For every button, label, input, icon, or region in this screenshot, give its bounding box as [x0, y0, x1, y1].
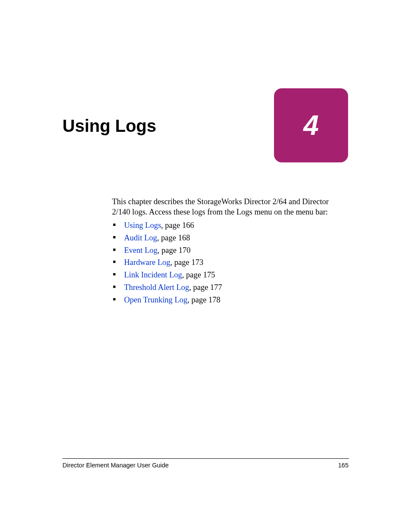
toc-link[interactable]: Hardware Log [124, 258, 170, 267]
footer-divider [62, 458, 349, 459]
toc-page: , page 173 [170, 258, 203, 267]
footer-guide-name: Director Element Manager User Guide [62, 462, 169, 469]
toc-link[interactable]: Event Log [124, 246, 158, 255]
toc-page: , page 168 [157, 233, 190, 242]
list-item: Using Logs, page 166 [112, 220, 347, 231]
toc-list: Using Logs, page 166 Audit Log, page 168… [112, 220, 347, 307]
toc-link[interactable]: Using Logs [124, 221, 161, 230]
intro-paragraph: This chapter describes the StorageWorks … [112, 196, 347, 217]
toc-link[interactable]: Link Incident Log [124, 271, 182, 279]
toc-page: , page 175 [182, 271, 215, 279]
footer-page-number: 165 [338, 462, 349, 469]
toc-page: , page 178 [187, 296, 221, 304]
list-item: Link Incident Log, page 175 [112, 269, 347, 281]
chapter-badge: 4 [274, 88, 348, 162]
toc-page: , page 170 [158, 246, 191, 255]
toc-link[interactable]: Open Trunking Log [124, 296, 187, 304]
toc-page: , page 166 [161, 221, 194, 230]
chapter-title: Using Logs [62, 116, 156, 136]
list-item: Threshold Alert Log, page 177 [112, 282, 347, 293]
toc-link[interactable]: Audit Log [124, 233, 157, 242]
list-item: Event Log, page 170 [112, 245, 347, 256]
toc-page: , page 177 [189, 283, 222, 292]
list-item: Open Trunking Log, page 178 [112, 294, 347, 306]
list-item: Audit Log, page 168 [112, 232, 347, 244]
list-item: Hardware Log, page 173 [112, 257, 347, 268]
toc-link[interactable]: Threshold Alert Log [124, 283, 189, 292]
chapter-number: 4 [303, 109, 319, 141]
